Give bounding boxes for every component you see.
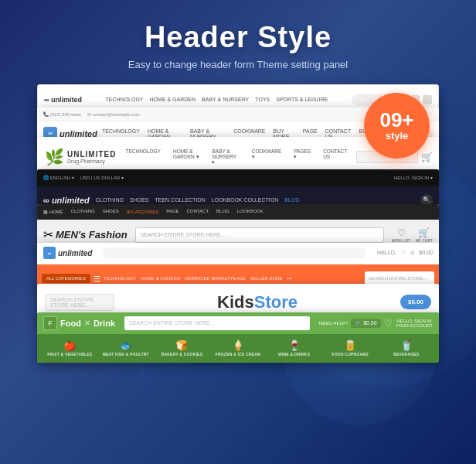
badge-label: style [386,130,409,142]
c7-logo: KidsStore [122,292,393,312]
c8-wine-label: WINE & DRINKS [278,352,310,357]
c3-logo-sub: Drug Pharmacy [67,159,116,164]
c5-cart-icon: 🛒 MY CART [416,227,433,243]
c8-meat-label: MEAT FISH & POULTRY [103,352,149,357]
c4-language: 🌐 ENGLISH ▾ [43,175,74,180]
c3-logo-main: UNLIMITED [67,150,116,159]
c8-meat-icon: 🐟 [120,339,132,351]
c8-cat-bakery: 🍞 BAKERY & COOKIES [155,339,209,357]
c5-top-nav: ▦ HOME CLOTHING SHOES ⊞ CATGORIES PAGE C… [43,209,433,214]
c8-account-text: HELLO, SIGN INYOUR ACCOUNT [396,319,433,328]
page-container: Header Style Easy to change header form … [0,0,476,464]
c8-bakery-icon: 🍞 [175,339,188,351]
c7-cart-button[interactable]: $0.00 [400,295,431,309]
c1-logo-text: ∞ unlimited [44,96,82,104]
c8-search-bar: SEARCH ENTIRE STORE HERE... [124,316,310,330]
c6-search-bar [103,247,366,258]
c8-frozen-icon: 🍦 [232,339,244,351]
c8-cat-meat: 🐟 MEAT FISH & POULTRY [100,339,153,357]
c5-logo: ✂ MEN's Fashion [43,227,128,242]
c3-logo-icon: 🌿 [45,148,64,166]
c5-icons: ♡ WISH LIST 🛒 MY CART [392,227,433,243]
c6-right-info: HELLO, ♡ ⊙ $0.00 [377,250,433,256]
page-title: Header Style [128,22,348,54]
c8-help-text: NEED HELP? [319,321,348,326]
c6-nav: TECHNOLOGY HOME & GARDEN HERBICIDE MARKE… [104,276,362,281]
c5-logo-text: MEN's Fashion [56,229,128,241]
c8-cat-cupboard: 🥫 FOOD CUPBOARD [324,339,377,357]
c8-categories-bar: 🍎 FRUIT & VEGETABLES 🐟 MEAT FISH & POULT… [37,334,439,363]
c6-logo-icon: ∞ [43,247,56,259]
c5-wishlist-icon: ♡ WISH LIST [392,227,411,243]
c8-cupboard-label: FOOD CUPBOARD [332,352,369,357]
c8-frozen-label: FROZEN & ICE CREAM [216,352,261,357]
c8-cart-btn: 🛒 $0.00 [351,319,380,328]
c8-bakery-label: BAKERY & COOKIES [162,352,203,357]
c8-top-bar: F Food ✕ Drink SEARCH ENTIRE STORE HERE.… [37,312,439,334]
c8-beverages-label: BEVERAGES [393,352,419,357]
c8-fruits-label: FRUIT & VEGETABLES [47,352,92,357]
header-section: Header Style Easy to change header form … [128,0,348,70]
style-badge: 09+ style [364,93,430,159]
c6-logo: ∞ unlimited [43,247,92,259]
c8-wine-icon: 🍷 [288,339,301,351]
c7-logo-text: KidsStore [217,292,298,312]
c3-cart-icon: 🛒 [421,152,433,162]
c5-logo-icon: ✂ [43,227,53,242]
c8-fruits-icon: 🍎 [63,339,76,351]
c6-menu-icon: ☰ [94,275,100,283]
c3-nav: TECHNOLOGY HOME & GARDEN ▾ BABY & NURSER… [122,147,350,167]
c8-logo-amp: ✕ [84,319,90,327]
c7-store-text: Store [254,292,298,312]
c8-cat-wine: 🍷 WINE & DRINKS [267,339,321,357]
c6-all-categories-btn[interactable]: ALL CATEGORIES [42,274,90,283]
c3-logo-img: 🌿 [43,146,65,168]
page-subtitle: Easy to change header form Theme setting… [128,59,348,70]
c6-top-bar: ∞ unlimited HELLO, ♡ ⊙ $0.00 [37,243,439,264]
c4-currency: USD | US DOLLAR ▾ [80,175,124,180]
c3-logo: 🌿 UNLIMITED Drug Pharmacy [43,146,116,168]
c8-drink-text: Drink [94,319,115,328]
c8-cat-frozen: 🍦 FROZEN & ICE CREAM [212,339,265,357]
c4-nav: CLOTHING SHOES TEEN COLLECTION LOOKBOOK … [96,197,414,203]
c1-cart-icon [423,95,432,104]
c8-logo-text: Food [60,319,81,328]
c8-right-controls: NEED HELP? 🛒 $0.00 ♡ HELLO, SIGN INYOUR … [319,318,433,329]
c6-logo-text: unlimited [58,249,92,258]
c4-login: HELLO, SIGN IN ▾ [394,175,433,180]
c1-nav: TECHNOLOGY HOME & GARDEN BABY & NURSERY … [87,97,347,102]
c3-logo-text-group: UNLIMITED Drug Pharmacy [67,150,116,164]
c8-cat-fruits: 🍎 FRUIT & VEGETABLES [43,339,97,357]
c7-kids-text: Kids [217,292,254,312]
c8-wishlist-icon: ♡ [384,318,393,329]
c8-beverages-icon: 🥤 [400,339,413,351]
c8-cat-beverages: 🥤 BEVERAGES [379,339,433,357]
c5-search-bar: SEARCH ENTIRE STORE HERE... [135,227,384,243]
badge-number: 09+ [379,110,413,130]
c8-logo-icon: F [43,316,57,330]
c5-top-bar: ▦ HOME CLOTHING SHOES ⊞ CATGORIES PAGE C… [37,204,439,220]
c8-logo: F Food ✕ Drink [43,316,115,330]
c7-search-bar: SEARCH ENTIRE STORE HERE... [45,294,114,311]
c8-cupboard-icon: 🥫 [344,339,356,351]
c4-top-bar: 🌐 ENGLISH ▾ USD | US DOLLAR ▾ HELLO, SIG… [37,169,439,186]
header-card-8: F Food ✕ Drink SEARCH ENTIRE STORE HERE.… [37,312,439,363]
c4-logo: ∞ unlimited [43,196,90,205]
c4-logo-text: ∞ unlimited [43,196,90,205]
